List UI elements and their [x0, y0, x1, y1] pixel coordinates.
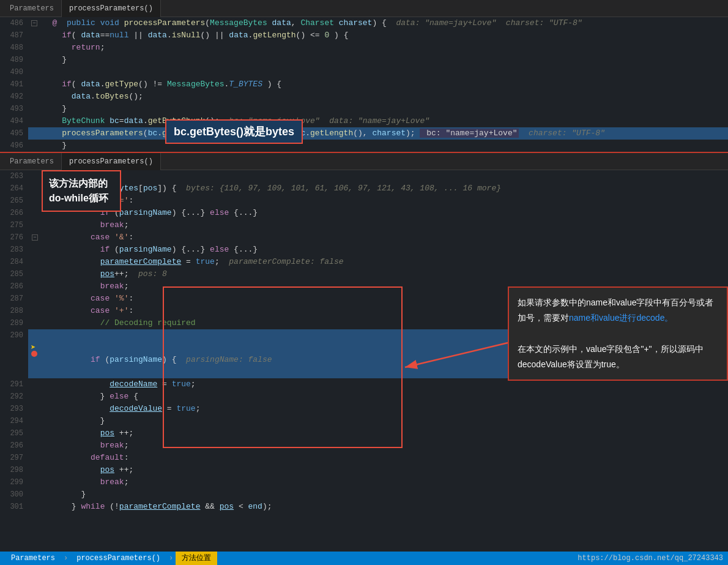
code-line-301: 301 } while (!parameterComplete && pos <…: [0, 501, 728, 513]
code-line-276: 276 − case '&':: [0, 231, 728, 244]
code-line-486: 486 − @ public void processParameters(Me…: [0, 17, 728, 29]
status-tab-method-location[interactable]: 方法位置: [176, 552, 217, 565]
tab-process-params-bottom[interactable]: processParameters(): [62, 153, 161, 170]
code-line-488: 488 return;: [0, 42, 728, 54]
code-line-496: 496 }: [0, 140, 728, 152]
code-line-297: 297 default:: [0, 452, 728, 464]
code-line-494: 494 ByteChunk bc=data.getByteChunk(); bc…: [0, 115, 728, 127]
fold-icon[interactable]: −: [31, 20, 37, 26]
code-line-285: 285 pos++; pos: 8: [0, 268, 728, 280]
callout-decode-explanation: 如果请求参数中的name和value字段中有百分号或者加号，需要对name和va…: [508, 286, 728, 381]
code-line-292: 292 } else {: [0, 391, 728, 403]
code-line-284: 284 parameterComplete = true; parameterC…: [0, 256, 728, 268]
code-line-283: 283 if (parsingName) {...} else {...}: [0, 244, 728, 256]
decode-highlight: name和value进行decode。: [569, 313, 673, 323]
code-line-492: 492 data.toBytes();: [0, 91, 728, 103]
code-line-490: 490: [0, 66, 728, 78]
code-line-298: 298 pos ++;: [0, 464, 728, 476]
bottom-tab-bar: Parameters processParameters(): [0, 153, 728, 170]
code-line-300: 300 }: [0, 488, 728, 501]
code-line-495: 495 processParameters(bc.getBytes(), bc.…: [0, 127, 728, 140]
status-breadcrumb-sep1: ›: [61, 554, 70, 563]
editor-container: Parameters processParameters() 486 − @ p…: [0, 0, 728, 565]
code-line-294: 294 }: [0, 415, 728, 427]
top-code-lines: 486 − @ public void processParameters(Me…: [0, 17, 728, 152]
tab-parameters-top[interactable]: Parameters: [2, 0, 62, 17]
code-line-493: 493 }: [0, 103, 728, 115]
code-line-299: 299 break;: [0, 476, 728, 488]
decode-text-2: 在本文的示例中，value字段包含"+"，所以源码中decodeValue将设置…: [518, 344, 704, 369]
fold-icon-276[interactable]: −: [32, 234, 38, 241]
code-line-489: 489 }: [0, 54, 728, 66]
code-line-296: 296 break;: [0, 440, 728, 452]
code-line-491: 491 if( data.getType() != MessageBytes.T…: [0, 78, 728, 91]
bottom-code-section: Parameters processParameters() 263 do { …: [0, 153, 728, 565]
code-line-487: 487 if( data==null || data.isNull() || d…: [0, 29, 728, 42]
top-code-section: Parameters processParameters() 486 − @ p…: [0, 0, 728, 153]
code-line-293: 293 decodeValue = true;: [0, 403, 728, 415]
callout-dowhile: 该方法内部的do-while循环: [42, 170, 121, 212]
callout-bc-bytes: bc.getBytes()就是bytes: [165, 119, 303, 144]
tab-parameters-bottom[interactable]: Parameters: [2, 153, 62, 170]
status-tab-processparams[interactable]: processParameters(): [70, 552, 166, 565]
tab-process-params-top[interactable]: processParameters(): [62, 0, 161, 17]
status-url: https://blog.csdn.net/qq_27243343: [578, 554, 723, 563]
status-tab-parameters[interactable]: Parameters: [5, 552, 61, 565]
code-line-295: 295 pos ++;: [0, 427, 728, 440]
status-breadcrumb-sep2: ›: [166, 554, 176, 563]
code-line-275: 275 break;: [0, 219, 728, 231]
status-bar: Parameters › processParameters() › 方法位置 …: [0, 552, 728, 565]
top-tab-bar: Parameters processParameters(): [0, 0, 728, 17]
